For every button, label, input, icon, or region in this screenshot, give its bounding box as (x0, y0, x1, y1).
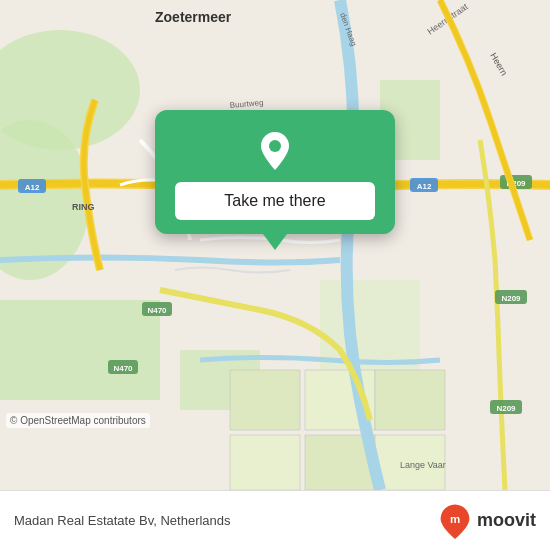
svg-text:N470: N470 (113, 364, 133, 373)
svg-rect-10 (230, 435, 300, 490)
footer: Madan Real Estatate Bv, Netherlands m mo… (0, 490, 550, 550)
svg-text:Lange Vaar: Lange Vaar (400, 460, 446, 470)
svg-text:m: m (450, 513, 460, 525)
svg-rect-3 (0, 300, 160, 400)
moovit-text: moovit (477, 510, 536, 531)
location-label: Madan Real Estatate Bv, Netherlands (14, 513, 231, 528)
svg-text:A12: A12 (25, 183, 40, 192)
map-container: A12 RING A12 N470 N470 N209 N209 N209 He… (0, 0, 550, 490)
moovit-logo: m moovit (437, 503, 536, 539)
svg-text:N470: N470 (147, 306, 167, 315)
svg-text:A12: A12 (417, 182, 432, 191)
moovit-logo-icon: m (437, 503, 473, 539)
svg-rect-7 (230, 370, 300, 430)
osm-credit: © OpenStreetMap contributors (6, 413, 150, 428)
svg-text:Zoetermeer: Zoetermeer (155, 9, 232, 25)
svg-rect-9 (375, 370, 445, 430)
svg-point-35 (269, 140, 281, 152)
take-me-there-button[interactable]: Take me there (175, 182, 375, 220)
svg-text:N209: N209 (496, 404, 516, 413)
navigation-popup: Take me there (155, 110, 395, 234)
svg-text:N209: N209 (501, 294, 521, 303)
location-pin-icon (253, 128, 297, 172)
svg-text:RING: RING (72, 202, 95, 212)
